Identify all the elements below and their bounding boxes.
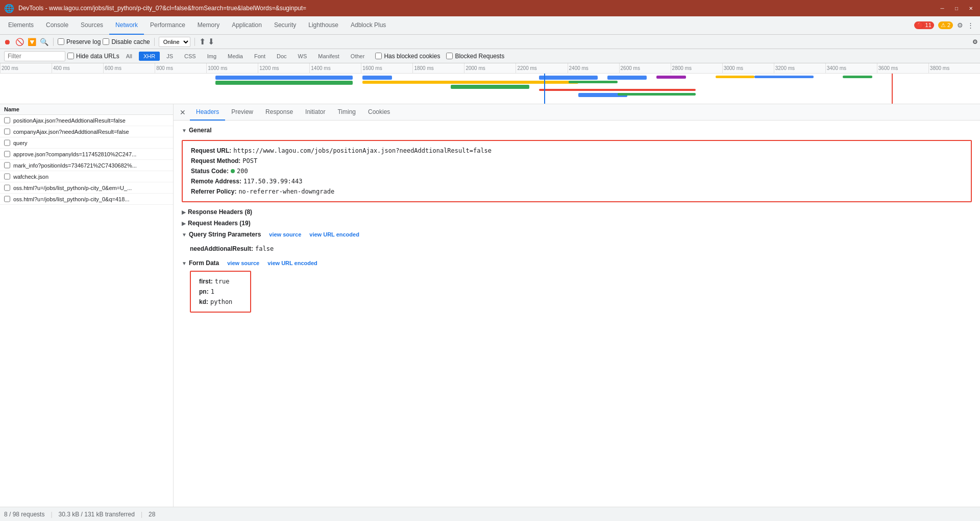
extra-status: 28 xyxy=(149,511,155,518)
filter-font[interactable]: Font xyxy=(250,52,270,61)
status-dot xyxy=(231,169,235,173)
settings-gear-icon[interactable]: ⚙ xyxy=(972,38,978,45)
filter-other[interactable]: Other xyxy=(346,52,370,61)
tab-preview[interactable]: Preview xyxy=(225,104,259,121)
maximize-button[interactable]: □ xyxy=(951,3,962,13)
tick-8: 1800 ms xyxy=(412,63,464,73)
tab-elements[interactable]: Elements xyxy=(2,16,40,35)
settings-icon[interactable]: ⚙ xyxy=(957,21,963,29)
filter-js[interactable]: JS xyxy=(162,52,178,61)
separator-1 xyxy=(53,38,54,46)
form-view-url-encoded-link[interactable]: view URL encoded xyxy=(267,260,317,266)
tab-timing[interactable]: Timing xyxy=(331,104,362,121)
close-panel-button[interactable]: ✕ xyxy=(176,106,190,119)
filter-img[interactable]: Img xyxy=(203,52,221,61)
tick-13: 2800 ms xyxy=(671,63,722,73)
form-key-first: first: xyxy=(199,278,213,285)
filter-all[interactable]: All xyxy=(121,52,137,61)
tick-4: 1000 ms xyxy=(206,63,258,73)
more-icon[interactable]: ⋮ xyxy=(967,21,974,29)
tab-security[interactable]: Security xyxy=(268,16,302,35)
tab-cookies[interactable]: Cookies xyxy=(362,104,396,121)
minimize-button[interactable]: ─ xyxy=(937,3,947,13)
form-key-pn: pn: xyxy=(199,288,209,295)
tab-headers[interactable]: Headers xyxy=(190,104,225,121)
query-params: needAddtionalResult: false xyxy=(182,244,972,253)
response-headers-section[interactable]: ▶ Response Headers (8) xyxy=(182,206,972,218)
filter-doc[interactable]: Doc xyxy=(272,52,291,61)
has-blocked-cookies-checkbox[interactable] xyxy=(375,53,382,59)
form-val-first: true xyxy=(215,278,230,285)
blocked-requests-checkbox[interactable] xyxy=(446,53,453,59)
tab-application[interactable]: Application xyxy=(226,16,268,35)
form-data-section-header[interactable]: ▼ Form Data view source view URL encoded xyxy=(182,257,972,269)
filter-ws[interactable]: WS xyxy=(293,52,312,61)
tab-memory[interactable]: Memory xyxy=(191,16,226,35)
transferred-size: 30.3 kB / 131 kB transferred xyxy=(59,511,135,518)
timeline-ruler: 200 ms 400 ms 600 ms 800 ms 1000 ms 1200… xyxy=(0,63,980,74)
timeline-bar-3 xyxy=(362,76,392,80)
name-header: Name xyxy=(0,104,173,115)
remote-address-value: 117.50.39.99:443 xyxy=(243,178,303,185)
filter-xhr[interactable]: XHR xyxy=(139,52,160,61)
tab-sources[interactable]: Sources xyxy=(75,16,109,35)
tab-network[interactable]: Network xyxy=(109,16,144,35)
query-string-section-header[interactable]: ▼ Query String Parameters view source vi… xyxy=(182,229,972,240)
filter-css[interactable]: CSS xyxy=(180,52,201,61)
tab-adblock[interactable]: Adblock Plus xyxy=(345,16,392,35)
request-method-value: POST xyxy=(242,157,257,164)
preserve-log-checkbox[interactable]: Preserve log xyxy=(58,38,101,45)
hide-data-urls-checkbox[interactable]: Hide data URLs xyxy=(67,53,119,60)
export-button[interactable]: ⬇ xyxy=(208,37,214,46)
arrow-right-icon: ▶ xyxy=(182,209,186,215)
tab-performance[interactable]: Performance xyxy=(144,16,191,35)
list-item[interactable]: oss.html?u=/jobs/list_python/p-city_0&em… xyxy=(0,182,173,194)
tick-16: 3400 ms xyxy=(825,63,877,73)
timeline-cursor-2 xyxy=(892,74,893,104)
record-button[interactable]: ⏺ xyxy=(2,37,12,47)
form-view-source-link[interactable]: view source xyxy=(227,260,259,266)
tab-console[interactable]: Console xyxy=(40,16,75,35)
clear-button[interactable]: 🚫 xyxy=(14,37,24,47)
request-url-value: https://www.lagou.com/jobs/positionAjax.… xyxy=(233,147,492,154)
filter-manifest[interactable]: Manifest xyxy=(313,52,344,61)
list-item[interactable]: companyAjax.json?needAddtionalResult=fal… xyxy=(0,126,173,137)
throttle-select[interactable]: Online xyxy=(159,37,190,47)
form-val-pn: 1 xyxy=(211,288,214,295)
timeline-bar-2 xyxy=(215,81,353,85)
import-button[interactable]: ⬆ xyxy=(199,37,206,46)
search-icon[interactable]: 🔍 xyxy=(39,37,49,47)
general-section-header[interactable]: ▼ General xyxy=(182,125,972,136)
list-item[interactable]: mark_info?positionIds=7346721%2C7430682%… xyxy=(0,160,173,171)
filter-icon[interactable]: 🔽 xyxy=(27,37,37,47)
right-panel: ✕ Headers Preview Response Initiator Tim… xyxy=(174,104,980,507)
tick-12: 2600 ms xyxy=(619,63,671,73)
list-item[interactable]: oss.html?u=/jobs/list_python/p-city_0&q=… xyxy=(0,194,173,205)
tab-response[interactable]: Response xyxy=(259,104,299,121)
general-label: General xyxy=(189,127,212,134)
tab-initiator[interactable]: Initiator xyxy=(299,104,331,121)
close-button[interactable]: ✕ xyxy=(966,3,976,13)
tick-3: 800 ms xyxy=(155,63,206,73)
status-code-row: Status Code: 200 xyxy=(191,168,963,175)
timeline-bar-13 xyxy=(716,76,755,78)
disable-cache-checkbox[interactable]: Disable cache xyxy=(103,38,150,45)
timeline-bar-5 xyxy=(451,85,529,89)
list-item[interactable]: wafcheck.json xyxy=(0,171,173,182)
list-item[interactable]: query xyxy=(0,137,173,149)
view-url-encoded-link[interactable]: view URL encoded xyxy=(309,231,359,238)
param-key: needAddtionalResult: xyxy=(190,245,253,252)
timeline-bar-4 xyxy=(362,81,578,84)
list-item[interactable]: approve.json?companyIds=117452810%2C247.… xyxy=(0,149,173,160)
request-headers-section[interactable]: ▶ Request Headers (19) xyxy=(182,218,972,229)
form-row-pn: pn: 1 xyxy=(199,288,242,295)
general-box: Request URL: https://www.lagou.com/jobs/… xyxy=(182,140,972,202)
filter-input[interactable] xyxy=(4,51,65,61)
form-data-label: Form Data xyxy=(189,259,219,267)
timeline-bar-7 xyxy=(569,81,618,83)
timeline-bars xyxy=(0,74,980,104)
view-source-link[interactable]: view source xyxy=(269,231,301,238)
filter-media[interactable]: Media xyxy=(223,52,248,61)
tab-lighthouse[interactable]: Lighthouse xyxy=(302,16,345,35)
list-item[interactable]: positionAjax.json?needAddtionalResult=fa… xyxy=(0,115,173,126)
